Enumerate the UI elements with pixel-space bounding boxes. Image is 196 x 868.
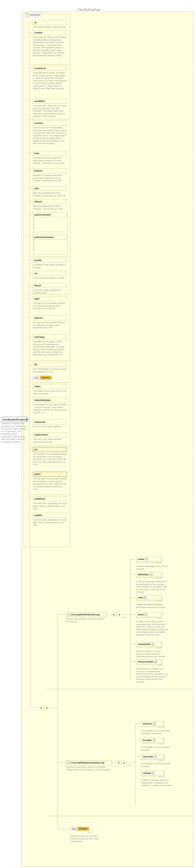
attribute-qcode[interactable]: qcodeA qualified code which identifies a… [33, 258, 67, 269]
child-definition[interactable]: definition+ [136, 572, 161, 577]
attribute-annotation: A qualified code which identifies a conc… [33, 264, 67, 269]
plus-icon[interactable]: + [144, 596, 147, 599]
plus-icon[interactable]: + [154, 660, 157, 663]
attribute-label: rel [33, 447, 67, 452]
plus-icon[interactable]: + [153, 739, 156, 742]
attribute-valueunit[interactable]: valueunitThe unit of the value attribute… [33, 420, 67, 428]
attribute-label: how [33, 151, 67, 156]
attr-connector [29, 153, 33, 153]
attr-connector [29, 68, 33, 68]
attribute-annotation: The datatype of the value attribute – it… [33, 403, 67, 414]
attribute-annotation: If the property value is not defined, sp… [33, 36, 67, 57]
child-cardinality: 0..∞ [157, 577, 161, 580]
attribute-annotation: The date (and, optionally, the time) whe… [33, 104, 67, 118]
attr-connector [29, 214, 33, 215]
attribute-dir[interactable]: dirThe directionality of textual content… [33, 362, 67, 373]
attr-separator [30, 256, 69, 256]
attribute-creatoruri[interactable]: creatoruriIf the attribute is empty, spe… [33, 66, 67, 90]
attribute-label: xml:lang [33, 335, 67, 340]
attr-connector [29, 201, 33, 202]
attribute-modified[interactable]: modifiedThe date (and, optionally, the t… [33, 99, 67, 118]
child-name[interactable]: name+ [136, 557, 161, 562]
attr-separator [30, 294, 69, 295]
child-connector [130, 661, 136, 662]
attribute-annotation: Indicates by which means the value was e… [33, 157, 67, 164]
child-label: sameAs+ [141, 721, 164, 726]
cr-v [135, 723, 135, 805]
plus-icon[interactable]: + [150, 573, 152, 576]
cr-o2 [127, 763, 135, 763]
attribute-label: howuri [33, 168, 67, 173]
child-broader[interactable]: broader+ [141, 738, 164, 743]
attribute-validto[interactable]: validtoThe date (and, optionally, the ti… [33, 513, 67, 527]
attribute-label: valueunituri [33, 432, 67, 437]
plus-icon[interactable]: + [145, 558, 148, 561]
concept-relationships-group[interactable]: ⋯ ConceptRelationshipsGroup [66, 760, 112, 765]
attribute-type[interactable]: typeThe type of the concept assigned as … [33, 296, 67, 310]
attribute-annotation: Why the metadata has been included - exp… [33, 192, 67, 197]
attr-separator [30, 64, 69, 64]
plus-icon[interactable]: + [154, 755, 157, 758]
child-sameAs[interactable]: sameAs+ [141, 721, 164, 726]
child-label: broader+ [141, 738, 164, 743]
plus-icon[interactable]: + [153, 722, 156, 725]
attribute-label: validfrom [33, 496, 67, 501]
attribute-custom[interactable]: customIf set to true the corresponding p… [33, 121, 67, 145]
attributes-collapse-icon[interactable]: − [26, 13, 29, 16]
attribute-valueunituri[interactable]: valueunituriThe unit of the value attrib… [33, 432, 67, 443]
attribute-howuri[interactable]: howuriIndicates by which means the value… [33, 168, 67, 182]
child-annotation: An identifier of a concept with equivale… [141, 730, 174, 735]
attributes-title: attributes [30, 13, 40, 16]
root-element[interactable]: itemMetaExtProperty − [1, 417, 27, 422]
plus-icon[interactable]: + [144, 613, 147, 616]
child-connector [135, 756, 141, 757]
attribute-why[interactable]: whyWhy the metadata has been included - … [33, 186, 67, 197]
attribute-typeuri[interactable]: typeuriThe type of the concept assigned … [33, 315, 67, 329]
concept-definition-group[interactable]: ⋯ ConceptDefinitionGroup [66, 612, 107, 617]
attribute-pubconstraint[interactable]: pubconstraintOne or many constraints tha… [33, 212, 67, 231]
attribute-uri[interactable]: uriA URI which identifies a concept. [33, 271, 67, 279]
attribute-how[interactable]: howIndicates by which means the value wa… [33, 151, 67, 164]
child-cardinality: 0..∞ [159, 743, 163, 745]
attribute-valuedatatype[interactable]: valuedatatypeThe datatype of the value a… [33, 398, 67, 414]
attribute-annotation: Specifies the language of this property … [33, 340, 67, 356]
child-facet[interactable]: facet+ [136, 612, 161, 617]
attribute-label: dir [33, 362, 67, 367]
child-hierarchyInfo[interactable]: hierarchyInfo+ [136, 659, 161, 664]
attribute-whyuri[interactable]: whyuriWhy the metadata has been included… [33, 199, 67, 210]
child-label: facet+ [136, 612, 161, 617]
attribute-rel[interactable]: relThe identifier of a concept defining … [33, 447, 67, 466]
attribute-annotation: The type of the concept assigned as cont… [33, 321, 67, 329]
child-narrower[interactable]: narrower+ [141, 754, 164, 759]
child-label: definition+ [136, 572, 161, 577]
attribute-label: modified [33, 99, 67, 104]
attribute-label: uri [33, 271, 67, 276]
attribute-_anyother[interactable]: any##other [33, 376, 67, 379]
attribute-id[interactable]: idThe local identifier of the property. [33, 20, 67, 29]
plus-icon[interactable]: + [151, 643, 154, 646]
attribute-label: creator [33, 30, 67, 35]
attribute-pubconstrainturi[interactable]: pubconstrainturiOne or many constraints … [33, 235, 67, 254]
attribute-xml:lang[interactable]: xml:langSpecifies the language of this p… [33, 335, 67, 356]
attribute-reluri[interactable]: reluriThe identifier of a concept defini… [33, 472, 67, 491]
conceptrel-card: 0..∞ [128, 764, 132, 767]
child-remoteInfo[interactable]: remoteInfo+ [136, 642, 161, 647]
attribute-literal[interactable]: literalA free-text value assigned as pro… [33, 283, 67, 294]
attribute-label: valuedatatype [33, 398, 67, 403]
attribute-validfrom[interactable]: validfromThe date (and, optionally, the … [33, 496, 67, 510]
plus-icon[interactable]: ⋯ [67, 761, 70, 764]
attribute-creator[interactable]: creatorIf the property value is not defi… [33, 30, 67, 57]
plus-icon[interactable]: ⋯ [67, 613, 70, 616]
attribute-annotation: The related value (see more in the spec … [33, 390, 67, 395]
child-related[interactable]: related+ [141, 771, 164, 776]
attribute-value[interactable]: valueThe related value (see more in the … [33, 384, 67, 395]
attribute-label: custom [33, 121, 67, 126]
attributes-header[interactable]: − attributes [25, 12, 41, 17]
child-note[interactable]: note+ [136, 595, 161, 600]
attribute-label: why [33, 186, 67, 191]
attr-vertical-line [29, 22, 29, 546]
sequence-compositor-main [38, 705, 49, 710]
anyother-pill: any##other [33, 376, 67, 379]
plus-icon[interactable]: + [152, 772, 155, 774]
attr-connector [29, 364, 33, 365]
